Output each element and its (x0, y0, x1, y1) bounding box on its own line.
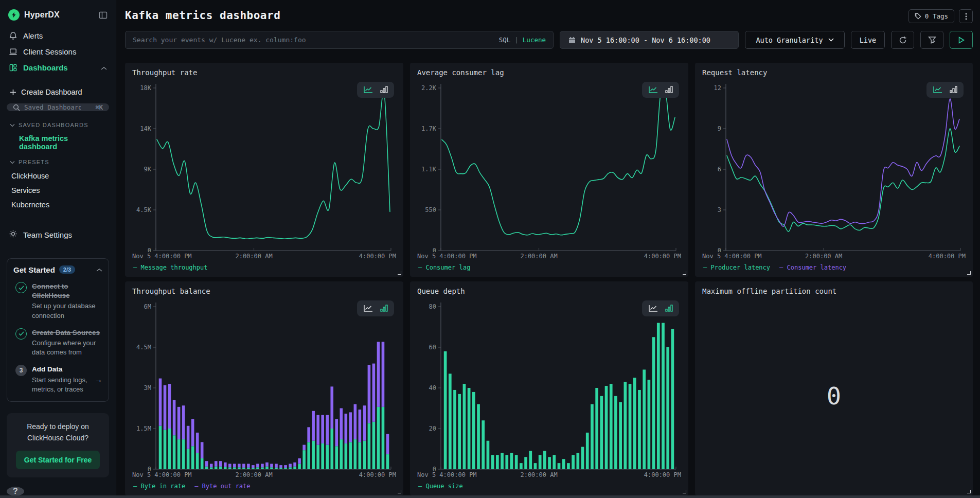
dashboard-grid-icon (9, 63, 17, 72)
horizontal-scrollbar[interactable] (0, 495, 980, 498)
chevron-down-icon (828, 38, 834, 42)
kebab-icon (965, 13, 967, 20)
svg-text:9: 9 (718, 125, 721, 132)
bar-chart-toggle-icon[interactable] (950, 86, 957, 94)
resize-handle[interactable] (967, 271, 971, 275)
help-button[interactable]: ? (7, 487, 24, 496)
svg-text:14K: 14K (140, 125, 151, 132)
sql-mode-toggle[interactable]: SQL (499, 36, 511, 44)
chart-plot[interactable]: 020406080Nov 5 4:00:00 PM2:00:00 AM4:00:… (417, 299, 681, 492)
chart-type-toggle[interactable] (357, 300, 394, 316)
chevron-up-icon[interactable] (101, 63, 107, 72)
svg-text:0: 0 (433, 466, 436, 471)
lucene-mode-toggle[interactable]: Lucene (523, 36, 546, 44)
live-button[interactable]: Live (851, 31, 885, 49)
legend-item[interactable]: — Producer latency (703, 264, 770, 271)
chart-legend: — Message throughput (132, 261, 396, 274)
x-axis-labels: Nov 5 4:00:00 PM2:00:00 AM4:00:00 PM (132, 471, 396, 480)
chevron-up-icon[interactable] (96, 265, 102, 274)
line-chart-toggle-icon[interactable] (648, 305, 658, 312)
chart-plot[interactable]: 05501.1K1.7K2.2KNov 5 4:00:00 PM2:00:00 … (417, 81, 681, 274)
chart-card-max-offline-partition-count: Maximum offline partition count 0 (695, 281, 973, 495)
clickhouse-cloud-promo: Ready to deploy on ClickHouse Cloud? Get… (7, 413, 109, 477)
chart-legend: — Consumer lag (417, 261, 681, 274)
preset-services[interactable]: Services (7, 183, 109, 198)
line-chart-toggle-icon[interactable] (363, 305, 373, 312)
create-dashboard-button[interactable]: Create Dashboard (7, 85, 109, 102)
date-range-picker[interactable]: Nov 5 16:00:00 - Nov 6 16:00:00 (560, 31, 739, 49)
resize-handle[interactable] (683, 490, 686, 493)
chart-type-toggle[interactable] (357, 82, 394, 98)
hyperdx-logo-icon (8, 9, 20, 21)
legend-item[interactable]: — Message throughput (133, 264, 208, 271)
chart-type-toggle[interactable] (642, 300, 679, 316)
svg-text:0: 0 (148, 466, 151, 471)
sidebar-item-alerts[interactable]: Alerts (7, 28, 109, 44)
get-started-step[interactable]: Connect to ClickHouse Set up your databa… (13, 282, 102, 321)
svg-text:6M: 6M (144, 303, 151, 310)
line-chart-toggle-icon[interactable] (363, 86, 373, 94)
bar-chart-toggle-icon[interactable] (665, 305, 673, 312)
legend-item[interactable]: — Byte out rate (194, 483, 250, 490)
resize-handle[interactable] (398, 490, 401, 493)
svg-text:2.2K: 2.2K (421, 84, 437, 92)
get-started-step[interactable]: 3 Add Data Start sending logs, metrics, … (13, 365, 102, 394)
resize-handle[interactable] (398, 271, 401, 275)
get-started-header[interactable]: Get Started 2/3 (13, 265, 102, 274)
refresh-icon (899, 36, 907, 44)
sidebar-item-kafka-dashboard[interactable]: Kafka metrics dashboard (7, 132, 109, 155)
event-search-input[interactable] (126, 36, 499, 44)
line-chart-toggle-icon[interactable] (933, 86, 942, 94)
sidebar-item-client-sessions[interactable]: Client Sessions (7, 44, 109, 60)
legend-item[interactable]: — Consumer latency (779, 264, 846, 271)
preset-kubernetes[interactable]: Kubernetes (7, 198, 109, 212)
sidebar-item-label: Alerts (23, 31, 43, 40)
granularity-select[interactable]: Auto Granularity (745, 31, 845, 49)
chart-plot[interactable]: 01.5M3M4.5M6MNov 5 4:00:00 PM2:00:00 AM4… (132, 299, 396, 492)
get-started-free-button[interactable]: Get Started for Free (16, 451, 100, 469)
chart-legend: — Byte in rate— Byte out rate (132, 480, 396, 492)
bar-chart-toggle-icon[interactable] (380, 305, 388, 312)
chart-title: Throughput balance (132, 287, 396, 299)
svg-text:1.5M: 1.5M (136, 425, 151, 432)
svg-text:40: 40 (429, 384, 436, 392)
saved-dashboards-section-header[interactable]: SAVED DASHBOARDS (7, 118, 109, 132)
chart-type-toggle[interactable] (642, 82, 679, 98)
search-icon (13, 104, 20, 111)
collapse-sidebar-icon[interactable] (99, 11, 108, 20)
more-options-button[interactable] (959, 9, 973, 23)
laptop-icon (9, 47, 17, 56)
chart-type-toggle[interactable] (926, 82, 964, 98)
chart-title: Request latency (702, 68, 966, 81)
refresh-button[interactable] (891, 31, 914, 49)
sidebar-item-dashboards[interactable]: Dashboards (7, 60, 109, 76)
filter-icon (928, 36, 936, 44)
check-circle-icon (15, 328, 27, 340)
svg-text:80: 80 (429, 303, 436, 310)
x-axis-labels: Nov 5 4:00:00 PM2:00:00 AM4:00:00 PM (702, 252, 966, 261)
legend-item[interactable]: — Consumer lag (418, 264, 470, 271)
presets-section-header[interactable]: PRESETS (7, 155, 109, 169)
chart-plot[interactable]: 036912Nov 5 4:00:00 PM2:00:00 AM4:00:00 … (702, 81, 966, 274)
svg-text:6: 6 (718, 166, 721, 173)
sidebar-item-team-settings[interactable]: Team Settings (7, 225, 109, 244)
bar-chart-toggle-icon[interactable] (380, 86, 388, 94)
main-content: Kafka metrics dashboard 0 Tags SQL | Luc… (117, 0, 980, 495)
run-query-button[interactable] (950, 31, 973, 49)
chart-plot[interactable]: 04.5K9K14K18KNov 5 4:00:00 PM2:00:00 AM4… (132, 81, 396, 274)
tags-button[interactable]: 0 Tags (908, 9, 954, 23)
saved-dashboards-search-input[interactable] (24, 103, 81, 111)
get-started-panel: Get Started 2/3 Connect to ClickHouse Se… (7, 258, 109, 402)
bar-chart-toggle-icon[interactable] (665, 86, 673, 94)
filter-button[interactable] (920, 31, 943, 49)
legend-item[interactable]: — Queue size (418, 483, 463, 490)
line-chart-toggle-icon[interactable] (648, 86, 658, 94)
preset-clickhouse[interactable]: ClickHouse (7, 169, 109, 183)
get-started-step[interactable]: Create Data Sources Configure where your… (13, 328, 102, 358)
legend-item[interactable]: — Byte in rate (133, 483, 185, 490)
svg-text:9K: 9K (144, 166, 152, 173)
saved-dashboards-search[interactable]: ⌘K (7, 103, 109, 111)
resize-handle[interactable] (967, 490, 971, 493)
resize-handle[interactable] (683, 271, 686, 275)
dashboard-grid: Throughput rate 04.5K9K14K18KNov 5 4:00:… (125, 63, 973, 495)
